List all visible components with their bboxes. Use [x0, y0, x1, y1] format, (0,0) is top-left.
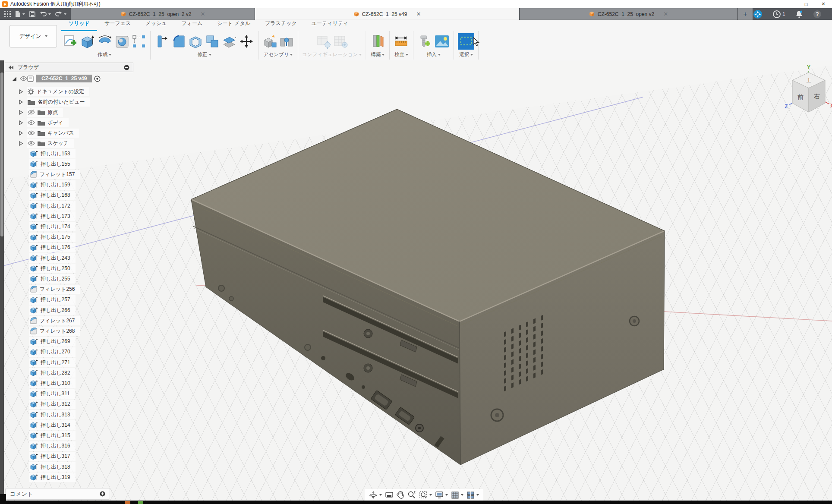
ribbon-tab-item[interactable]: メッシュ — [138, 20, 174, 31]
eye-on-icon[interactable] — [28, 141, 35, 146]
feature-row[interactable]: 押し出し155 — [29, 159, 76, 169]
browser-root-row[interactable]: CZ-652C_1_25 v49 — [12, 73, 101, 84]
extrude-icon[interactable] — [79, 34, 95, 49]
feature-row[interactable]: 押し出し250 — [29, 263, 76, 274]
tree-node[interactable]: ボディ — [19, 117, 69, 128]
display-settings-tool[interactable] — [435, 491, 448, 499]
eye-on-icon[interactable] — [20, 76, 27, 81]
viewcube-front-label[interactable]: 前 — [797, 94, 804, 101]
select-window-icon[interactable] — [458, 33, 474, 50]
feature-row[interactable]: 押し出し317 — [29, 451, 76, 462]
feature-row[interactable]: 押し出し316 — [29, 441, 76, 451]
grid-snap-tool[interactable] — [451, 491, 463, 499]
pan-tool[interactable] — [397, 491, 404, 499]
configuration-table-icon[interactable] — [333, 34, 348, 49]
feature-row[interactable]: 押し出し282 — [29, 368, 76, 378]
new-component-icon[interactable] — [262, 34, 277, 49]
insert-canvas-icon[interactable] — [434, 34, 450, 49]
ribbon-group-label[interactable]: アセンブリ — [264, 51, 293, 58]
feature-row[interactable]: 押し出し312 — [29, 399, 76, 410]
model-body[interactable] — [191, 109, 665, 465]
view-cube-faces[interactable]: 上 前 右 — [792, 72, 825, 112]
viewport-3d[interactable]: ブラウザ CZ-652C_1_25 v49 ドキュメントの設定 名前の付いたビュ… — [0, 60, 832, 501]
feature-row[interactable]: 押し出し310 — [29, 378, 76, 388]
feature-row[interactable]: 押し出し271 — [29, 357, 76, 368]
viewports-tool[interactable] — [466, 491, 479, 499]
construction-plane-icon[interactable] — [370, 34, 385, 49]
feature-row[interactable]: 押し出し159 — [29, 180, 76, 190]
document-tab[interactable]: CZ-652C_1_25_open_2 v2 ✕ — [71, 8, 255, 20]
feature-row[interactable]: 押し出し266 — [29, 305, 76, 315]
feature-row[interactable]: 押し出し243 — [29, 253, 76, 263]
tree-node[interactable]: 原点 — [19, 107, 63, 117]
viewcube-right-label[interactable]: 右 — [814, 93, 820, 100]
ribbon-group-label[interactable]: 作成 — [98, 51, 111, 58]
feature-row[interactable]: 押し出し319 — [29, 472, 76, 482]
feature-row[interactable]: 押し出し175 — [29, 232, 76, 243]
app-grid-button[interactable] — [4, 11, 11, 17]
orbit-tool[interactable] — [369, 491, 382, 499]
ribbon-group-label[interactable]: 検査 — [394, 51, 408, 58]
tri-closed-icon[interactable] — [19, 141, 23, 146]
offset-face-icon[interactable] — [222, 34, 236, 49]
feature-row[interactable]: 押し出し313 — [29, 410, 76, 420]
coil-icon[interactable] — [115, 34, 129, 49]
feature-row[interactable]: 押し出し318 — [29, 462, 76, 472]
tri-closed-icon[interactable] — [19, 99, 23, 105]
notifications-button[interactable] — [796, 10, 803, 18]
extensions-button[interactable] — [753, 9, 763, 19]
close-button[interactable]: ✕ — [815, 0, 832, 8]
ribbon-tab-item[interactable]: フォーム — [174, 20, 210, 31]
browser-scrollbar[interactable] — [0, 60, 4, 501]
move-copy-icon[interactable] — [239, 34, 254, 49]
ribbon-tab-item[interactable]: ユーティリティ — [304, 20, 356, 31]
feature-row[interactable]: 押し出し257 — [29, 295, 76, 305]
ribbon-group-label[interactable]: 挿入 — [427, 51, 441, 58]
feature-row[interactable]: フィレット267 — [29, 315, 80, 326]
ribbon-tab-item[interactable]: プラスチック — [258, 20, 304, 31]
feature-row[interactable]: 押し出し176 — [29, 243, 76, 253]
minimize-button[interactable]: – — [780, 0, 797, 8]
document-tab[interactable]: CZ-652C_1_25 v49 ✕ — [255, 8, 520, 20]
redo-button[interactable] — [55, 11, 66, 17]
shell-icon[interactable] — [188, 34, 203, 49]
ribbon-group-label[interactable]: 構築 — [371, 51, 384, 58]
feature-row[interactable]: 押し出し153 — [29, 148, 76, 159]
feature-row[interactable]: 押し出し173 — [29, 211, 76, 221]
feature-row[interactable]: フィレット256 — [29, 284, 80, 295]
feature-row[interactable]: 押し出し269 — [29, 337, 76, 347]
combine-icon[interactable] — [205, 34, 220, 49]
ribbon-group-label[interactable]: 選択 — [459, 51, 473, 58]
close-tab-icon[interactable]: ✕ — [663, 11, 668, 17]
ribbon-group-label[interactable]: 修正 — [198, 51, 211, 58]
tree-node[interactable]: 名前の付いたビュー — [19, 97, 90, 107]
feature-row[interactable]: 押し出し255 — [29, 274, 76, 284]
taskbar-icon[interactable] — [138, 501, 143, 504]
fit-tool[interactable] — [419, 491, 432, 499]
workspace-selector[interactable]: デザイン — [9, 25, 57, 47]
file-new-button[interactable] — [15, 11, 25, 17]
minus-circle-icon[interactable] — [124, 65, 129, 70]
target-icon[interactable] — [94, 76, 101, 82]
close-tab-icon[interactable]: ✕ — [416, 11, 421, 17]
pattern-icon[interactable] — [132, 34, 146, 49]
tree-node[interactable]: キャンバス — [19, 128, 79, 138]
feature-row[interactable]: 押し出し311 — [29, 389, 75, 399]
view-cube[interactable]: Y Z X 上 前 右 — [782, 64, 832, 115]
tree-node[interactable]: スケッチ — [19, 138, 74, 148]
joint-icon[interactable] — [279, 34, 294, 49]
scrollbar-thumb[interactable] — [0, 72, 3, 236]
feature-row[interactable]: 押し出し315 — [29, 430, 76, 441]
create-sketch-icon[interactable] — [63, 34, 77, 49]
fillet-tool-icon[interactable] — [171, 34, 186, 49]
feature-row[interactable]: 押し出し172 — [29, 201, 76, 211]
job-status-button[interactable]: 1 — [773, 10, 785, 18]
tree-node[interactable]: ドキュメントの設定 — [19, 86, 89, 97]
taskbar-icon[interactable] — [125, 501, 130, 504]
look-at-tool[interactable] — [385, 491, 394, 499]
add-comment-icon[interactable] — [100, 491, 105, 497]
feature-row[interactable]: フィレット268 — [29, 326, 80, 336]
eye-off-icon[interactable] — [28, 109, 35, 115]
ribbon-tab-item[interactable]: サーフェス — [97, 20, 138, 31]
feature-row[interactable]: 押し出し174 — [29, 221, 76, 232]
